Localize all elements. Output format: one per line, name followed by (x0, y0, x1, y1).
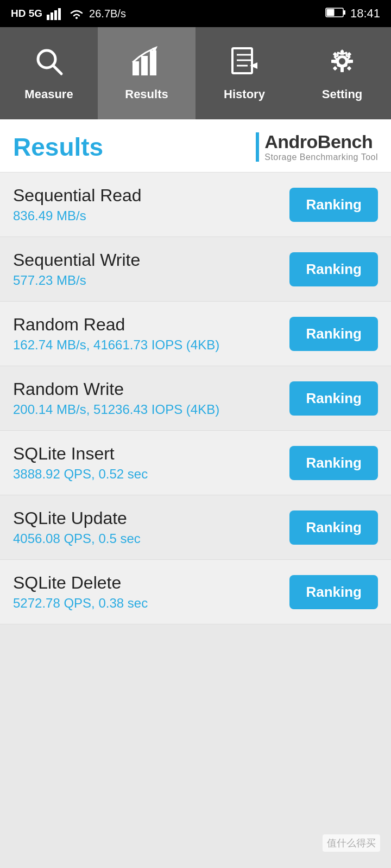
result-value: 577.23 MB/s (13, 273, 140, 288)
table-row: SQLite Update 4056.08 QPS, 0.5 sec Ranki… (0, 495, 391, 560)
ranking-button[interactable]: Ranking (289, 575, 378, 609)
signal-icon (47, 7, 64, 20)
svg-rect-22 (340, 68, 344, 72)
table-row: Random Write 200.14 MB/s, 51236.43 IOPS … (0, 366, 391, 431)
results-label: Results (125, 87, 168, 101)
status-right: 18:41 (325, 7, 380, 21)
tab-history[interactable]: History (195, 27, 293, 119)
measure-label: Measure (24, 87, 73, 101)
history-icon (228, 45, 261, 82)
logo-accent-bar (256, 132, 259, 162)
network-speed: 26.7B/s (89, 8, 126, 20)
status-bar: HD 5G 26.7B/s 18:41 (0, 0, 391, 27)
result-name: Random Write (13, 379, 219, 399)
svg-line-9 (53, 66, 61, 74)
result-value: 200.14 MB/s, 51236.43 IOPS (4KB) (13, 402, 219, 417)
wifi-icon (68, 7, 85, 20)
table-row: Random Read 162.74 MB/s, 41661.73 IOPS (… (0, 302, 391, 366)
result-info: SQLite Insert 3888.92 QPS, 0.52 sec (13, 444, 148, 482)
tab-results[interactable]: Results (98, 27, 195, 119)
status-left: HD 5G 26.7B/s (11, 7, 126, 20)
svg-rect-21 (340, 50, 344, 55)
svg-rect-3 (58, 8, 61, 20)
ranking-button[interactable]: Ranking (289, 188, 378, 222)
svg-rect-24 (349, 60, 353, 63)
result-value: 4056.08 QPS, 0.5 sec (13, 531, 141, 546)
result-value: 836.49 MB/s (13, 208, 142, 224)
result-info: SQLite Delete 5272.78 QPS, 0.38 sec (13, 573, 148, 611)
result-value: 5272.78 QPS, 0.38 sec (13, 596, 148, 611)
table-row: Sequential Read 836.49 MB/s Ranking (0, 173, 391, 237)
tab-measure[interactable]: Measure (0, 27, 98, 119)
svg-rect-2 (54, 10, 57, 20)
svg-rect-6 (343, 10, 345, 15)
table-row: SQLite Insert 3888.92 QPS, 0.52 sec Rank… (0, 431, 391, 495)
svg-rect-1 (51, 12, 53, 20)
logo-main-text: AndroBench (264, 131, 373, 152)
history-label: History (224, 87, 265, 101)
ranking-button[interactable]: Ranking (289, 252, 378, 286)
results-icon (130, 45, 163, 82)
table-row: SQLite Delete 5272.78 QPS, 0.38 sec Rank… (0, 560, 391, 624)
result-name: Random Read (13, 315, 219, 335)
svg-rect-27 (333, 66, 337, 71)
network-indicator: HD 5G (11, 8, 42, 20)
result-info: Sequential Write 577.23 MB/s (13, 250, 140, 288)
result-name: SQLite Update (13, 508, 141, 528)
result-info: SQLite Update 4056.08 QPS, 0.5 sec (13, 508, 141, 546)
page-title: Results (13, 132, 103, 162)
ranking-button[interactable]: Ranking (289, 446, 378, 480)
time-display: 18:41 (350, 7, 380, 21)
logo-text: AndroBench Storage Benchmarking Tool (264, 131, 378, 162)
watermark: 值什么得买 (323, 834, 380, 852)
svg-rect-11 (141, 56, 148, 75)
battery-indicator (325, 7, 346, 21)
result-info: Random Read 162.74 MB/s, 41661.73 IOPS (… (13, 315, 219, 353)
result-name: SQLite Delete (13, 573, 148, 593)
result-name: Sequential Read (13, 186, 142, 206)
result-name: Sequential Write (13, 250, 140, 270)
setting-icon (326, 45, 358, 82)
svg-rect-23 (331, 60, 336, 63)
androbench-logo: AndroBench Storage Benchmarking Tool (256, 131, 378, 162)
ranking-button[interactable]: Ranking (289, 381, 378, 416)
result-info: Random Write 200.14 MB/s, 51236.43 IOPS … (13, 379, 219, 417)
result-name: SQLite Insert (13, 444, 148, 464)
measure-icon (33, 45, 65, 82)
setting-label: Setting (322, 87, 363, 101)
svg-rect-7 (326, 9, 334, 16)
ranking-button[interactable]: Ranking (289, 510, 378, 545)
svg-rect-0 (47, 15, 49, 20)
results-header: Results AndroBench Storage Benchmarking … (0, 119, 391, 173)
result-value: 162.74 MB/s, 41661.73 IOPS (4KB) (13, 337, 219, 353)
svg-rect-28 (347, 66, 351, 71)
ranking-button[interactable]: Ranking (289, 317, 378, 351)
nav-tabs: Measure Results History (0, 27, 391, 119)
svg-point-4 (75, 17, 78, 19)
result-value: 3888.92 QPS, 0.52 sec (13, 467, 148, 482)
svg-rect-10 (133, 61, 139, 75)
result-info: Sequential Read 836.49 MB/s (13, 186, 142, 224)
table-row: Sequential Write 577.23 MB/s Ranking (0, 237, 391, 302)
tab-setting[interactable]: Setting (293, 27, 391, 119)
svg-rect-12 (150, 50, 156, 75)
result-list: Sequential Read 836.49 MB/s Ranking Sequ… (0, 173, 391, 624)
logo-sub-text: Storage Benchmarking Tool (264, 152, 378, 162)
